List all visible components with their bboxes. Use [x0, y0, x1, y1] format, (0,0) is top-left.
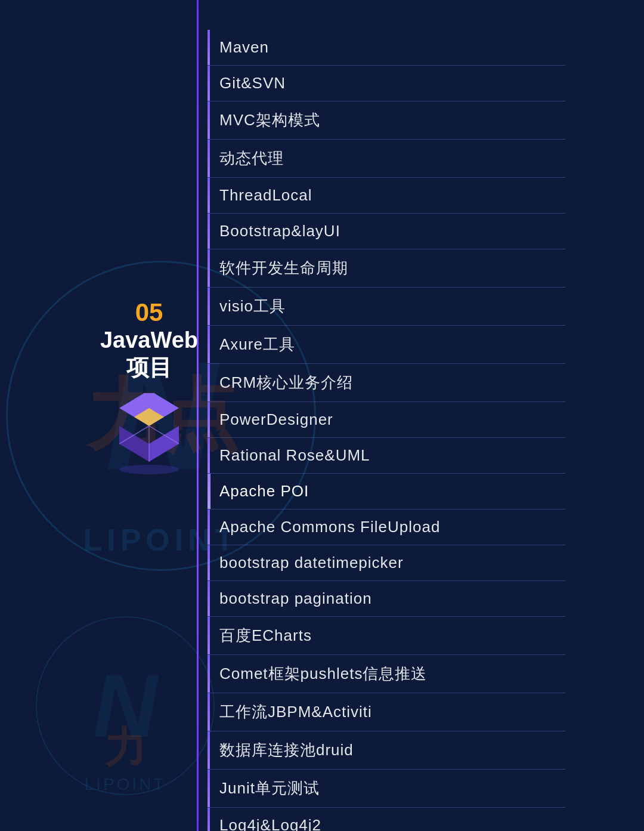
svg-marker-2 — [149, 426, 179, 462]
list-item-text: Apache Commons FileUpload — [219, 518, 440, 536]
list-item-text: bootstrap pagination — [219, 589, 372, 608]
list-item: Bootstrap&layUI — [208, 214, 565, 249]
list-item-text: 工作流JBPM&Activiti — [219, 702, 372, 722]
watermark-bottom-cn: 力 — [104, 720, 146, 776]
list-item: ThreadLocal — [208, 178, 565, 214]
svg-point-0 — [119, 465, 179, 474]
list-item: 动态代理 — [208, 140, 565, 178]
list-item: Maven — [208, 30, 565, 66]
list-item-text: visio工具 — [219, 296, 286, 317]
section-number: 05 — [135, 298, 163, 326]
list-item-text: Comet框架pushlets信息推送 — [219, 663, 427, 684]
svg-marker-1 — [119, 426, 149, 462]
watermark-bottom-n: N — [93, 654, 157, 758]
list-item-text: CRM核心业务介绍 — [219, 372, 353, 393]
list-item-text: Git&SVN — [219, 74, 286, 92]
list-item-text: ThreadLocal — [219, 186, 312, 205]
watermark-bottom-circle: N 力 LIPOINT — [36, 616, 215, 795]
course-list: MavenGit&SVNMVC架构模式动态代理ThreadLocalBootst… — [208, 30, 565, 831]
section-label: 05 JavaWeb 项目 — [95, 298, 203, 381]
section-title-part1: JavaWeb — [100, 328, 198, 353]
list-item: Log4j&Log4j2 — [208, 808, 565, 831]
list-item: CRM核心业务介绍 — [208, 364, 565, 402]
center-section: 05 JavaWeb 项目 — [95, 298, 203, 477]
list-item: visio工具 — [208, 288, 565, 326]
list-item-text: Maven — [219, 38, 269, 57]
list-item-text: MVC架构模式 — [219, 110, 320, 131]
list-item-text: 数据库连接池druid — [219, 740, 354, 761]
list-item: Git&SVN — [208, 66, 565, 101]
section-title-part2: 项目 — [126, 355, 172, 380]
list-item: Junit单元测试 — [208, 770, 565, 808]
cube-icon — [107, 393, 191, 477]
list-item: 工作流JBPM&Activiti — [208, 693, 565, 731]
list-item: Apache POI — [208, 474, 565, 509]
list-item-text: Axure工具 — [219, 334, 295, 355]
cube-container — [95, 393, 203, 477]
list-item: Comet框架pushlets信息推送 — [208, 655, 565, 693]
list-item-text: 百度ECharts — [219, 625, 312, 646]
list-item-text: Junit单元测试 — [219, 778, 320, 799]
list-item-text: 动态代理 — [219, 148, 284, 169]
list-item: PowerDesigner — [208, 402, 565, 438]
list-item: 软件开发生命周期 — [208, 249, 565, 288]
list-item-text: bootstrap datetimepicker — [219, 554, 404, 572]
list-item: 数据库连接池druid — [208, 731, 565, 770]
list-item-text: Bootstrap&layUI — [219, 222, 340, 240]
list-item: Apache Commons FileUpload — [208, 509, 565, 545]
list-item-text: Rational Rose&UML — [219, 446, 370, 465]
list-item-text: PowerDesigner — [219, 410, 333, 429]
list-item: bootstrap datetimepicker — [208, 545, 565, 581]
list-item-text: Log4j&Log4j2 — [219, 816, 321, 831]
list-item-text: 软件开发生命周期 — [219, 258, 348, 279]
watermark-bottom: N 力 LIPOINT — [36, 616, 215, 795]
list-item: bootstrap pagination — [208, 581, 565, 617]
list-item-text: Apache POI — [219, 482, 309, 501]
list-item: Axure工具 — [208, 326, 565, 364]
list-item: MVC架构模式 — [208, 101, 565, 140]
list-item: Rational Rose&UML — [208, 438, 565, 474]
watermark-bottom-en: LIPOINT — [85, 775, 166, 794]
list-item: 百度ECharts — [208, 617, 565, 655]
